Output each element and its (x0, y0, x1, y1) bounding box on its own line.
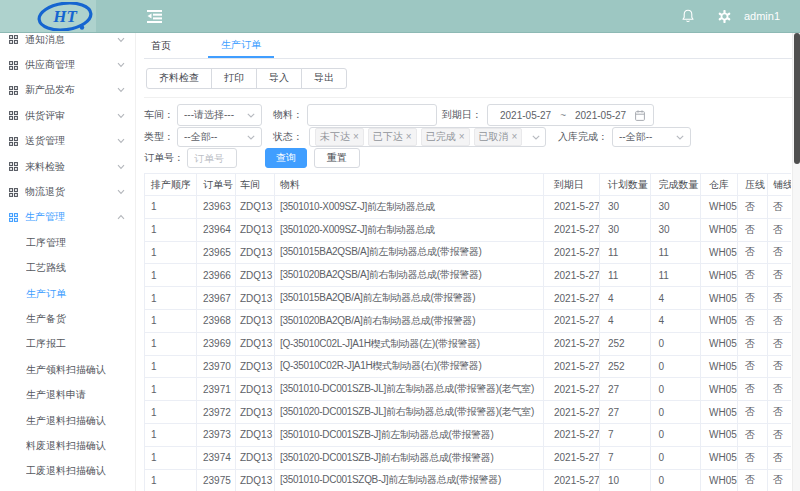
cell-due-date: 2021-5-27 (544, 196, 600, 219)
tag-close-icon[interactable]: × (353, 132, 359, 142)
scrollbar-thumb[interactable] (794, 33, 800, 164)
sidebar-item-process-mgmt[interactable]: 工序管理 (0, 230, 135, 255)
order-no-input[interactable] (187, 148, 237, 168)
chevron-down-icon (117, 37, 125, 43)
sidebar-item-production-order[interactable]: 生产订单 (0, 281, 135, 306)
sidebar-item-production-return-request[interactable]: 生产退料申请 (0, 382, 135, 407)
table-row[interactable]: 1 23973 ZDQ13 [3501010-DC001SZB-J]前左制动器总… (145, 423, 792, 446)
sidebar-item-incoming-inspection[interactable]: 来料检验 (0, 154, 135, 179)
cell-press-line: 否 (738, 401, 768, 424)
table-row[interactable]: 1 23972 ZDQ13 [3501020-DC001SZB-JL]前右制动器… (145, 401, 792, 424)
tag-close-icon[interactable]: × (406, 132, 412, 142)
cell-plan-qty: 11 (600, 241, 651, 264)
material-check-button[interactable]: 齐料检查 (146, 68, 212, 89)
sidebar-item-production-picking-scan-confirm[interactable]: 生产领料扫描确认 (0, 357, 135, 382)
cell-lay-line: 否 (768, 446, 792, 469)
cell-material: [3501020-X009SZ-J]前右制动器总成 (275, 218, 544, 241)
cell-done-qty: 0 (650, 469, 701, 491)
cell-done-qty: 0 (650, 423, 701, 446)
sidebar-item-production-return-scan-confirm[interactable]: 生产退料扫描确认 (0, 408, 135, 433)
sidebar-item-material-scrap-return-scan-confirm[interactable]: 料废退料扫描确认 (0, 433, 135, 458)
sidebar-item-logistics-returns[interactable]: 物流退货 (0, 179, 135, 204)
column-header: 到期日 (544, 174, 600, 196)
cell-order-no: 23968 (197, 309, 236, 332)
status-tag-label: 已完成 (426, 130, 456, 144)
material-input[interactable] (307, 104, 437, 126)
tab-production-order[interactable]: 生产订单 (208, 33, 274, 58)
table-row[interactable]: 1 23968 ZDQ13 [3501020BA2QB/A]前右制动器总成(带报… (145, 309, 792, 332)
cell-warehouse: WH05 (701, 287, 738, 310)
cell-done-qty: 0 (650, 446, 701, 469)
sidebar-item-new-product-release[interactable]: 新产品发布 (0, 78, 135, 103)
sidebar-collapse-icon[interactable] (147, 10, 162, 23)
grid-icon (9, 86, 18, 95)
gear-icon[interactable] (718, 10, 731, 23)
column-header: 铺线 (768, 174, 792, 196)
sidebar-item-process-reporting[interactable]: 工序报工 (0, 332, 135, 357)
sidebar-item-label: 生产管理 (25, 210, 117, 224)
cell-material: [3501020BA2QSB/A]前右制动器总成(带报警器) (275, 264, 544, 287)
cell-material: [3501010-X009SZ-J]前左制动器总成 (275, 196, 544, 219)
tab-home[interactable]: 首页 (144, 33, 178, 58)
search-button[interactable]: 查询 (265, 148, 307, 168)
table-row[interactable]: 1 23975 ZDQ13 [3501010-DC001SZQB-J]前左制动器… (145, 469, 792, 491)
cell-material: [3501020BA2QB/A]前右制动器总成(带报警器) (275, 309, 544, 332)
sidebar-item-work-scrap-return-scan-confirm[interactable]: 工废退料扫描确认 (0, 459, 135, 484)
table-row[interactable]: 1 23965 ZDQ13 [3501015BA2QSB/A]前左制动器总成(带… (145, 241, 792, 264)
cell-material: [3501010-DC001SZB-J]前左制动器总成(带报警器) (275, 423, 544, 446)
tag-close-icon[interactable]: × (512, 132, 518, 142)
cell-seq: 1 (145, 469, 197, 491)
status-tag: 已完成× (421, 128, 470, 146)
export-button[interactable]: 导出 (301, 68, 347, 89)
sidebar-item-delivery-mgmt[interactable]: 送货管理 (0, 129, 135, 154)
cell-material: [3501010-DC001SZB-JL]前左制动器总成(带报警器)(老气室) (275, 378, 544, 401)
type-select-value: --全部-- (184, 130, 247, 144)
cell-done-qty: 0 (650, 378, 701, 401)
sidebar-item-label: 料废退料扫描确认 (26, 439, 125, 453)
table-row[interactable]: 1 23963 ZDQ13 [3501010-X009SZ-J]前左制动器总成 … (145, 196, 792, 219)
status-tag: 已取消× (474, 128, 523, 146)
status-tag: 未下达× (315, 128, 364, 146)
cell-workshop: ZDQ13 (236, 401, 275, 424)
status-tag: 已下达× (368, 128, 417, 146)
cell-seq: 1 (145, 309, 197, 332)
due-date-range[interactable]: 2021-05-27 ~ 2021-05-27 (487, 104, 654, 126)
cell-workshop: ZDQ13 (236, 469, 275, 491)
type-select[interactable]: --全部-- (177, 127, 262, 147)
cell-done-qty: 4 (650, 287, 701, 310)
sidebar-item-production-stocking[interactable]: 生产备货 (0, 306, 135, 331)
workshop-select[interactable]: ---请选择--- (177, 104, 262, 126)
cell-lay-line: 否 (768, 241, 792, 264)
sidebar-item-supplier-mgmt[interactable]: 供应商管理 (0, 52, 135, 77)
cell-seq: 1 (145, 241, 197, 264)
table-row[interactable]: 1 23966 ZDQ13 [3501020BA2QSB/A]前右制动器总成(带… (145, 264, 792, 287)
vertical-scrollbar[interactable] (792, 33, 800, 491)
chevron-down-icon (532, 135, 540, 140)
username[interactable]: admin1 (744, 10, 780, 22)
table-row[interactable]: 1 23974 ZDQ13 [3501020-DC001SZB-J]前右制动器总… (145, 446, 792, 469)
sidebar-item-production-mgmt[interactable]: 生产管理 (0, 205, 135, 230)
inbound-complete-select[interactable]: --全部-- (612, 127, 691, 147)
tab-label: 生产订单 (221, 38, 261, 52)
sidebar-item-supply-review[interactable]: 供货评审 (0, 103, 135, 128)
status-multiselect[interactable]: 未下达×已下达×已完成×已取消× (309, 127, 546, 147)
sidebar-item-notifications[interactable]: 通知消息 (0, 33, 135, 52)
cell-order-no: 23969 (197, 332, 236, 355)
header-main: admin1 (96, 0, 800, 32)
workshop-select-value: ---请选择--- (184, 108, 247, 122)
cell-press-line: 否 (738, 446, 768, 469)
bell-icon[interactable] (682, 9, 694, 23)
table-row[interactable]: 1 23964 ZDQ13 [3501020-X009SZ-J]前右制动器总成 … (145, 218, 792, 241)
cell-due-date: 2021-5-27 (544, 378, 600, 401)
cell-plan-qty: 30 (600, 196, 651, 219)
import-button[interactable]: 导入 (256, 68, 302, 89)
table-row[interactable]: 1 23969 ZDQ13 [Q-35010C02L-J]A1H楔式制动器(左)… (145, 332, 792, 355)
reset-button[interactable]: 重置 (314, 148, 360, 168)
sidebar-item-process-route[interactable]: 工艺路线 (0, 256, 135, 281)
print-button[interactable]: 打印 (211, 68, 257, 89)
table-row[interactable]: 1 23971 ZDQ13 [3501010-DC001SZB-JL]前左制动器… (145, 378, 792, 401)
table-row[interactable]: 1 23967 ZDQ13 [3501015BA2QB/A]前左制动器总成(带报… (145, 287, 792, 310)
tag-close-icon[interactable]: × (459, 132, 465, 142)
table-row[interactable]: 1 23970 ZDQ13 [Q-35010C02R-J]A1H楔式制动器(右)… (145, 355, 792, 378)
filter-panel: 车间： ---请选择--- 物料： 到期日： 2021-05-27 ~ 2021… (144, 98, 792, 168)
